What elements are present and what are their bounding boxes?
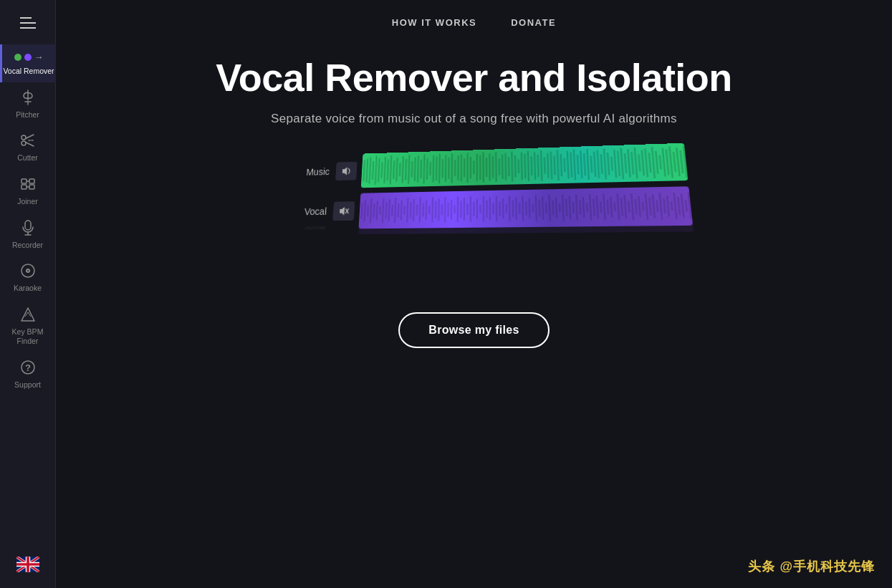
svg-rect-78	[524, 154, 527, 179]
svg-rect-194	[572, 202, 575, 213]
svg-rect-8	[29, 179, 34, 183]
sidebar: → Vocal Remover Pitcher Cutter	[0, 0, 56, 588]
svg-rect-34	[387, 160, 389, 181]
vocal-track-label: Vocal	[282, 206, 327, 218]
svg-rect-83	[540, 151, 543, 182]
svg-rect-124	[680, 150, 684, 173]
svg-rect-118	[659, 155, 662, 170]
svg-line-5	[25, 143, 34, 147]
svg-rect-144	[410, 202, 412, 218]
svg-rect-113	[641, 150, 645, 176]
svg-rect-106	[617, 151, 620, 177]
svg-rect-109	[628, 150, 632, 178]
svg-rect-108	[624, 154, 628, 174]
hero-subtitle: Separate voice from music out of a song …	[271, 112, 677, 126]
svg-rect-198	[586, 203, 588, 212]
sidebar-item-key-bpm[interactable]: Key BPM Finder	[0, 299, 56, 352]
nav-donate[interactable]: DONATE	[511, 17, 556, 28]
svg-rect-224	[678, 197, 681, 215]
vocal-remover-icon: →	[14, 52, 44, 62]
svg-rect-154	[441, 204, 443, 216]
svg-rect-105	[614, 150, 618, 178]
svg-line-4	[25, 135, 34, 139]
svg-rect-62	[474, 161, 475, 175]
svg-rect-134	[380, 207, 382, 216]
svg-rect-153	[438, 198, 441, 221]
sidebar-item-karaoke[interactable]: Karaoke	[0, 256, 56, 299]
svg-rect-64	[480, 155, 481, 180]
svg-rect-157	[451, 200, 453, 220]
svg-rect-89	[560, 154, 563, 176]
svg-rect-193	[569, 196, 572, 220]
sidebar-item-cutter[interactable]: Cutter	[0, 125, 56, 169]
svg-rect-45	[421, 160, 423, 178]
menu-toggle[interactable]	[16, 13, 40, 33]
svg-rect-28	[369, 158, 372, 184]
key-bpm-icon	[20, 307, 36, 324]
svg-rect-39	[402, 157, 404, 183]
svg-rect-33	[384, 157, 387, 183]
svg-rect-31	[378, 158, 381, 182]
svg-rect-130	[368, 206, 370, 216]
uk-flag-icon	[16, 556, 39, 572]
sidebar-item-pitcher[interactable]: Pitcher	[0, 82, 56, 126]
svg-rect-149	[426, 201, 428, 220]
svg-rect-47	[426, 158, 428, 180]
svg-rect-196	[580, 201, 582, 215]
svg-rect-50	[436, 157, 438, 181]
svg-rect-122	[673, 152, 676, 172]
svg-rect-32	[381, 163, 383, 178]
svg-rect-88	[557, 150, 560, 181]
waveform-tracks: Music	[277, 143, 697, 263]
hero-section: Vocal Remover and Isolation Separate voi…	[216, 57, 732, 348]
sidebar-item-support[interactable]: ? Support	[0, 352, 56, 396]
svg-rect-54	[449, 158, 451, 179]
joiner-icon	[20, 176, 36, 194]
vocal-mute-button[interactable]	[333, 202, 355, 221]
svg-rect-156	[448, 203, 449, 217]
music-track-label: Music	[285, 167, 330, 178]
svg-rect-170	[493, 203, 494, 215]
language-selector[interactable]	[16, 556, 39, 575]
svg-rect-152	[435, 201, 437, 218]
svg-rect-110	[631, 152, 635, 175]
svg-rect-164	[474, 202, 475, 216]
nav-how-it-works[interactable]: HOW IT WORKS	[392, 17, 476, 28]
sidebar-item-recorder[interactable]: Recorder	[0, 213, 56, 256]
svg-rect-51	[439, 154, 441, 183]
svg-text:?: ?	[25, 362, 31, 373]
svg-rect-178	[519, 203, 521, 214]
svg-rect-205	[610, 197, 613, 218]
main-content: HOW IT WORKS DONATE Vocal Remover and Is…	[56, 0, 892, 588]
browse-files-button[interactable]: Browse my files	[398, 312, 549, 348]
svg-rect-73	[508, 158, 510, 177]
svg-rect-38	[399, 163, 401, 177]
svg-rect-173	[502, 199, 504, 219]
svg-rect-202	[600, 201, 602, 213]
svg-rect-72	[505, 153, 507, 180]
svg-rect-185	[542, 197, 544, 220]
sidebar-item-vocal-remover[interactable]: → Vocal Remover	[0, 44, 56, 82]
pitcher-icon	[21, 90, 35, 107]
svg-rect-91	[567, 151, 570, 179]
svg-rect-81	[534, 153, 536, 180]
svg-rect-63	[476, 154, 478, 181]
svg-rect-214	[642, 202, 645, 211]
svg-rect-99	[593, 152, 597, 177]
top-nav: HOW IT WORKS DONATE	[56, 0, 892, 42]
svg-rect-58	[461, 155, 462, 182]
svg-rect-75	[514, 155, 517, 178]
sidebar-item-joiner[interactable]: Joiner	[0, 169, 56, 213]
svg-rect-176	[512, 201, 514, 218]
recorder-icon	[21, 220, 35, 238]
svg-rect-42	[411, 162, 413, 178]
music-mute-button[interactable]	[335, 162, 358, 180]
sidebar-item-label-vocal-remover: Vocal Remover	[3, 67, 54, 77]
svg-rect-181	[529, 198, 531, 218]
svg-rect-95	[580, 151, 583, 179]
svg-rect-13	[25, 221, 31, 230]
svg-rect-101	[600, 155, 603, 175]
svg-rect-210	[628, 201, 630, 213]
svg-rect-77	[521, 153, 523, 180]
svg-rect-136	[385, 203, 388, 219]
